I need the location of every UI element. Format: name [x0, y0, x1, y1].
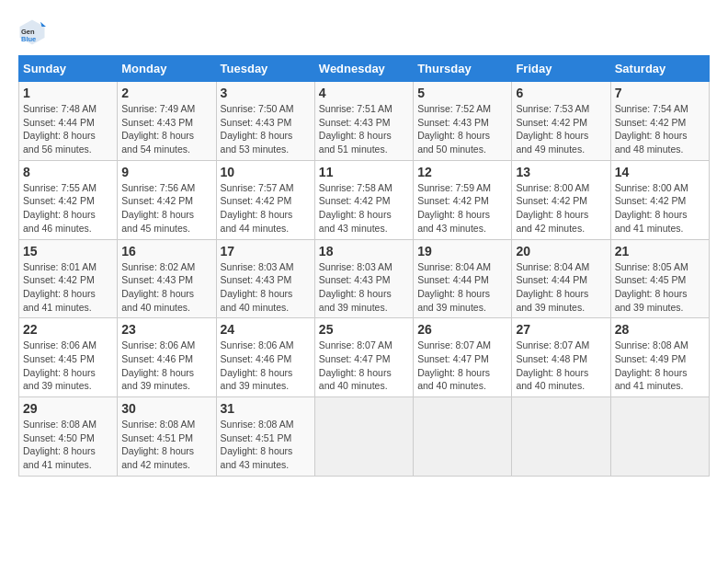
day-daylight: Daylight: 8 hours and 42 minutes.: [516, 209, 588, 234]
day-sunset: Sunset: 4:42 PM: [417, 195, 489, 206]
day-sunrise: Sunrise: 7:50 AM: [221, 103, 294, 114]
day-sunrise: Sunrise: 8:04 AM: [516, 261, 589, 272]
calendar-week-row: 8 Sunrise: 7:55 AM Sunset: 4:42 PM Dayli…: [19, 160, 710, 239]
day-number: 4: [319, 86, 409, 100]
day-sunset: Sunset: 4:42 PM: [319, 195, 391, 206]
day-number: 27: [516, 322, 606, 337]
day-number: 1: [23, 86, 113, 100]
day-daylight: Daylight: 8 hours and 42 minutes.: [121, 445, 194, 470]
calendar-day-cell: 3 Sunrise: 7:50 AM Sunset: 4:43 PM Dayli…: [216, 82, 314, 161]
day-daylight: Daylight: 8 hours and 40 minutes.: [319, 367, 392, 392]
calendar-day-cell: [414, 397, 512, 477]
day-daylight: Daylight: 8 hours and 41 minutes.: [615, 367, 688, 392]
day-sunrise: Sunrise: 7:55 AM: [23, 182, 97, 193]
day-daylight: Daylight: 8 hours and 39 minutes.: [319, 288, 392, 313]
calendar-day-cell: 21 Sunrise: 8:05 AM Sunset: 4:45 PM Dayl…: [610, 239, 709, 318]
calendar-header-tuesday: Tuesday: [216, 56, 314, 82]
day-sunset: Sunset: 4:42 PM: [516, 117, 587, 128]
day-sunset: Sunset: 4:47 PM: [417, 353, 489, 364]
day-sunset: Sunset: 4:43 PM: [121, 117, 193, 128]
day-sunrise: Sunrise: 8:06 AM: [221, 339, 294, 350]
day-sunrise: Sunrise: 7:52 AM: [417, 103, 491, 114]
calendar-day-cell: 1 Sunrise: 7:48 AM Sunset: 4:44 PM Dayli…: [19, 82, 118, 161]
day-daylight: Daylight: 8 hours and 51 minutes.: [319, 130, 392, 155]
day-sunrise: Sunrise: 8:00 AM: [615, 182, 688, 193]
day-daylight: Daylight: 8 hours and 50 minutes.: [417, 130, 490, 155]
day-sunrise: Sunrise: 8:07 AM: [417, 339, 491, 350]
day-sunset: Sunset: 4:44 PM: [516, 274, 587, 285]
day-number: 5: [417, 86, 507, 100]
logo: Gen Blue: [18, 18, 50, 46]
calendar-day-cell: 20 Sunrise: 8:04 AM Sunset: 4:44 PM Dayl…: [512, 239, 610, 318]
day-number: 26: [417, 322, 507, 337]
day-number: 8: [23, 165, 113, 179]
calendar-day-cell: 13 Sunrise: 8:00 AM Sunset: 4:42 PM Dayl…: [512, 160, 610, 239]
day-daylight: Daylight: 8 hours and 39 minutes.: [516, 288, 588, 313]
day-sunset: Sunset: 4:45 PM: [615, 274, 687, 285]
day-sunset: Sunset: 4:43 PM: [221, 274, 292, 285]
page-header: Gen Blue: [18, 18, 710, 46]
day-sunrise: Sunrise: 8:00 AM: [516, 182, 589, 193]
day-sunrise: Sunrise: 8:06 AM: [23, 339, 97, 350]
day-sunrise: Sunrise: 8:08 AM: [23, 419, 97, 430]
day-number: 30: [121, 401, 211, 416]
day-sunset: Sunset: 4:42 PM: [121, 195, 193, 206]
calendar-day-cell: [314, 397, 413, 477]
day-sunset: Sunset: 4:46 PM: [121, 353, 193, 364]
day-sunrise: Sunrise: 7:59 AM: [417, 182, 491, 193]
calendar-day-cell: 9 Sunrise: 7:56 AM Sunset: 4:42 PM Dayli…: [118, 160, 216, 239]
calendar-day-cell: 2 Sunrise: 7:49 AM Sunset: 4:43 PM Dayli…: [118, 82, 216, 161]
day-number: 20: [516, 244, 606, 259]
calendar-header-saturday: Saturday: [610, 56, 709, 82]
day-sunrise: Sunrise: 8:02 AM: [121, 261, 195, 272]
calendar-day-cell: 23 Sunrise: 8:06 AM Sunset: 4:46 PM Dayl…: [118, 318, 216, 397]
day-daylight: Daylight: 8 hours and 48 minutes.: [615, 130, 688, 155]
day-sunrise: Sunrise: 8:07 AM: [319, 339, 392, 350]
calendar-day-cell: 18 Sunrise: 8:03 AM Sunset: 4:43 PM Dayl…: [314, 239, 413, 318]
day-sunrise: Sunrise: 7:48 AM: [23, 103, 97, 114]
day-number: 12: [417, 165, 507, 179]
day-daylight: Daylight: 8 hours and 39 minutes.: [417, 288, 490, 313]
day-sunrise: Sunrise: 7:51 AM: [319, 103, 392, 114]
calendar-day-cell: 15 Sunrise: 8:01 AM Sunset: 4:42 PM Dayl…: [19, 239, 118, 318]
day-daylight: Daylight: 8 hours and 41 minutes.: [23, 445, 96, 470]
day-daylight: Daylight: 8 hours and 40 minutes.: [417, 367, 490, 392]
calendar-day-cell: 30 Sunrise: 8:08 AM Sunset: 4:51 PM Dayl…: [118, 397, 216, 477]
day-sunset: Sunset: 4:50 PM: [23, 432, 95, 443]
day-sunset: Sunset: 4:42 PM: [221, 195, 292, 206]
day-daylight: Daylight: 8 hours and 54 minutes.: [121, 130, 194, 155]
calendar-week-row: 29 Sunrise: 8:08 AM Sunset: 4:50 PM Dayl…: [19, 397, 710, 477]
day-sunrise: Sunrise: 8:08 AM: [615, 339, 688, 350]
calendar-day-cell: 5 Sunrise: 7:52 AM Sunset: 4:43 PM Dayli…: [414, 82, 512, 161]
day-daylight: Daylight: 8 hours and 41 minutes.: [615, 209, 688, 234]
day-sunset: Sunset: 4:43 PM: [319, 274, 391, 285]
day-number: 7: [615, 86, 705, 100]
day-sunset: Sunset: 4:43 PM: [319, 117, 391, 128]
calendar-header-monday: Monday: [118, 56, 216, 82]
calendar-table: SundayMondayTuesdayWednesdayThursdayFrid…: [18, 55, 710, 477]
day-daylight: Daylight: 8 hours and 53 minutes.: [221, 130, 293, 155]
day-sunrise: Sunrise: 8:06 AM: [121, 339, 195, 350]
day-sunset: Sunset: 4:44 PM: [417, 274, 489, 285]
calendar-day-cell: 26 Sunrise: 8:07 AM Sunset: 4:47 PM Dayl…: [414, 318, 512, 397]
calendar-week-row: 1 Sunrise: 7:48 AM Sunset: 4:44 PM Dayli…: [19, 82, 710, 161]
day-sunrise: Sunrise: 8:08 AM: [221, 419, 294, 430]
day-number: 6: [516, 86, 606, 100]
calendar-header-wednesday: Wednesday: [314, 56, 413, 82]
day-number: 15: [23, 244, 113, 259]
day-sunrise: Sunrise: 8:08 AM: [121, 419, 195, 430]
calendar-day-cell: 6 Sunrise: 7:53 AM Sunset: 4:42 PM Dayli…: [512, 82, 610, 161]
day-sunset: Sunset: 4:47 PM: [319, 353, 391, 364]
day-daylight: Daylight: 8 hours and 43 minutes.: [319, 209, 392, 234]
day-sunset: Sunset: 4:43 PM: [221, 117, 292, 128]
day-sunset: Sunset: 4:45 PM: [23, 353, 95, 364]
day-sunrise: Sunrise: 8:03 AM: [319, 261, 392, 272]
day-sunset: Sunset: 4:51 PM: [121, 432, 193, 443]
calendar-header-friday: Friday: [512, 56, 610, 82]
calendar-day-cell: [610, 397, 709, 477]
day-daylight: Daylight: 8 hours and 39 minutes.: [23, 367, 96, 392]
day-number: 28: [615, 322, 705, 337]
day-number: 17: [221, 244, 311, 259]
calendar-day-cell: 24 Sunrise: 8:06 AM Sunset: 4:46 PM Dayl…: [216, 318, 314, 397]
day-sunrise: Sunrise: 8:03 AM: [221, 261, 294, 272]
